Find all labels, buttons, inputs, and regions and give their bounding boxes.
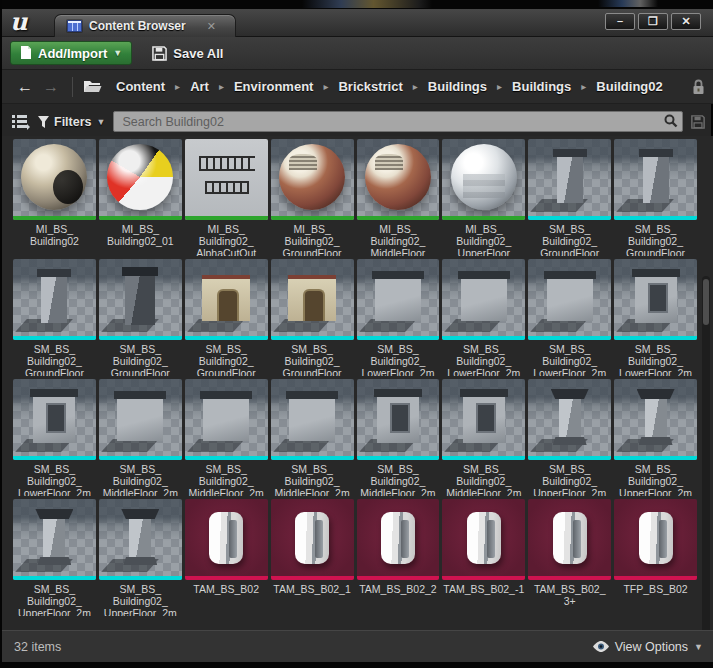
material-sphere	[365, 144, 431, 210]
asset-thumbnail[interactable]	[185, 499, 268, 580]
asset-tile[interactable]: SM_​BS_​Building02_​GroundFloor	[13, 259, 96, 379]
save-all-button[interactable]: Save All	[146, 41, 229, 65]
asset-tile[interactable]: SM_​BS_​Building02_​GroundFloor	[185, 259, 268, 379]
asset-thumbnail[interactable]	[614, 379, 697, 460]
breadcrumb-item-brickstrict[interactable]: Brickstrict	[333, 76, 407, 97]
asset-tile[interactable]: MI_​BS_​Building02_​01	[99, 139, 182, 259]
asset-tile[interactable]: TAM_​BS_​B02_​-1	[442, 499, 525, 619]
title-bar[interactable]: u Content Browser ✕ – ❐ ✕	[2, 9, 713, 37]
asset-tile[interactable]: TAM_​BS_​B02	[185, 499, 268, 619]
asset-tile[interactable]: SM_​BS_​Building02_​GroundFloor	[99, 259, 182, 379]
asset-tile[interactable]: SM_​BS_​Building02_​LowerFloor_​2m	[357, 259, 440, 379]
asset-thumbnail[interactable]	[99, 499, 182, 580]
asset-tile[interactable]: TFP_​BS_​B02	[614, 499, 697, 619]
asset-thumbnail[interactable]	[442, 139, 525, 220]
asset-thumbnail[interactable]	[614, 259, 697, 340]
asset-thumbnail[interactable]	[528, 499, 611, 580]
asset-type-bar	[185, 576, 268, 580]
asset-tile[interactable]: SM_​BS_​Building02_​GroundFloor	[528, 139, 611, 259]
search-input[interactable]	[113, 111, 683, 132]
asset-tile[interactable]: SM_​BS_​Building02_​UpperFloor_​2m	[614, 379, 697, 499]
asset-thumbnail[interactable]	[614, 499, 697, 580]
asset-thumbnail[interactable]	[442, 499, 525, 580]
asset-tile[interactable]: SM_​BS_​Building02_​UpperFloor_​2m	[99, 499, 182, 619]
asset-thumbnail[interactable]	[271, 379, 354, 460]
asset-thumbnail[interactable]	[357, 139, 440, 220]
asset-thumbnail[interactable]	[99, 259, 182, 340]
save-search-icon[interactable]	[691, 115, 705, 129]
tab-content-browser[interactable]: Content Browser ✕	[54, 14, 236, 37]
asset-name: TAM_​BS_​B02_​2	[357, 583, 440, 616]
asset-thumbnail[interactable]	[614, 139, 697, 220]
asset-tile[interactable]: SM_​BS_​Building02_​LowerFloor_​2m	[442, 259, 525, 379]
asset-tile[interactable]: SM_​BS_​Building02_​MiddleFloor_​2m	[99, 379, 182, 499]
asset-tile[interactable]: MI_​BS_​Building02_​GroundFloor	[271, 139, 354, 259]
asset-tile[interactable]: SM_​BS_​Building02_​LowerFloor_​2m	[614, 259, 697, 379]
close-icon[interactable]: ✕	[207, 20, 216, 33]
asset-thumbnail[interactable]	[357, 499, 440, 580]
breadcrumb-item-art[interactable]: Art	[185, 76, 214, 97]
asset-thumbnail[interactable]	[528, 139, 611, 220]
asset-type-bar	[614, 216, 697, 220]
asset-tile[interactable]: MI_​BS_​Building02	[13, 139, 96, 259]
asset-thumbnail[interactable]	[271, 139, 354, 220]
asset-tile[interactable]: MI_​BS_​Building02_​AlphaCutOut	[185, 139, 268, 259]
asset-tile[interactable]: MI_​BS_​Building02_​UpperFloor	[442, 139, 525, 259]
asset-thumbnail[interactable]	[528, 379, 611, 460]
asset-tile[interactable]: TAM_​BS_​B02_​3+	[528, 499, 611, 619]
scrollbar-thumb[interactable]	[703, 279, 709, 325]
asset-tile[interactable]: TAM_​BS_​B02_​2	[357, 499, 440, 619]
asset-tile[interactable]: SM_​BS_​Building02_​UpperFloor_​2m	[13, 499, 96, 619]
filters-button[interactable]: Filters ▼	[38, 115, 105, 129]
asset-thumbnail[interactable]	[442, 379, 525, 460]
asset-thumbnail[interactable]	[185, 379, 268, 460]
asset-thumbnail[interactable]	[185, 139, 268, 220]
asset-thumbnail[interactable]	[528, 259, 611, 340]
asset-thumbnail[interactable]	[13, 259, 96, 340]
back-arrow-icon[interactable]: ←	[12, 79, 38, 95]
asset-tile[interactable]: SM_​BS_​Building02_​MiddleFloor_​2m	[185, 379, 268, 499]
asset-thumbnail[interactable]	[357, 379, 440, 460]
add-import-button[interactable]: Add/Import ▼	[10, 41, 132, 65]
texture-preview	[467, 512, 501, 564]
asset-thumbnail[interactable]	[13, 499, 96, 580]
asset-tile[interactable]: TAM_​BS_​B02_​1	[271, 499, 354, 619]
vertical-scrollbar[interactable]	[702, 276, 710, 630]
asset-tile[interactable]: SM_​BS_​Building02_​UpperFloor_​2m	[528, 379, 611, 499]
material-sphere	[21, 144, 87, 210]
asset-name: SM_​BS_​Building02_​MiddleFloor_​2m	[357, 463, 440, 496]
asset-tile[interactable]: SM_​BS_​Building02_​MiddleFloor_​2m	[271, 379, 354, 499]
asset-tile[interactable]: SM_​BS_​Building02_​GroundFloor	[271, 259, 354, 379]
lock-icon[interactable]	[692, 79, 705, 95]
asset-tile[interactable]: MI_​BS_​Building02_​MiddleFloor	[357, 139, 440, 259]
asset-thumbnail[interactable]	[13, 139, 96, 220]
breadcrumb-item-content[interactable]: Content	[111, 76, 170, 97]
close-button[interactable]: ✕	[671, 13, 701, 30]
asset-tile[interactable]: SM_​BS_​Building02_​MiddleFloor_​2m	[357, 379, 440, 499]
breadcrumb-item-building02[interactable]: Building02	[591, 76, 667, 97]
asset-tile[interactable]: SM_​BS_​Building02_​LowerFloor_​2m	[528, 259, 611, 379]
asset-thumbnail[interactable]	[185, 259, 268, 340]
asset-thumbnail[interactable]	[442, 259, 525, 340]
asset-thumbnail[interactable]	[357, 259, 440, 340]
asset-name: SM_​BS_​Building02_​LowerFloor_​2m	[442, 343, 525, 376]
asset-tile[interactable]: SM_​BS_​Building02_​GroundFloor	[614, 139, 697, 259]
minimize-button[interactable]: –	[605, 13, 635, 30]
asset-thumbnail[interactable]	[271, 259, 354, 340]
forward-arrow-icon[interactable]: →	[38, 79, 64, 95]
asset-thumbnail[interactable]	[271, 499, 354, 580]
maximize-button[interactable]: ❐	[638, 13, 668, 30]
asset-tile[interactable]: SM_​BS_​Building02_​LowerFloor_​2m	[13, 379, 96, 499]
breadcrumb-item-buildings[interactable]: Buildings	[423, 76, 492, 97]
asset-thumbnail[interactable]	[99, 139, 182, 220]
asset-thumbnail[interactable]	[99, 379, 182, 460]
sources-icon[interactable]	[12, 114, 30, 130]
asset-tile[interactable]: SM_​BS_​Building02_​MiddleFloor_​2m	[442, 379, 525, 499]
mesh-preview	[645, 395, 667, 443]
view-options-button[interactable]: View Options ▼	[593, 640, 703, 654]
asset-name: SM_​BS_​Building02_​LowerFloor_​2m	[357, 343, 440, 376]
breadcrumb-item-buildings[interactable]: Buildings	[507, 76, 576, 97]
breadcrumb-item-environment[interactable]: Environment	[229, 76, 318, 97]
mesh-preview	[125, 269, 155, 325]
asset-thumbnail[interactable]	[13, 379, 96, 460]
